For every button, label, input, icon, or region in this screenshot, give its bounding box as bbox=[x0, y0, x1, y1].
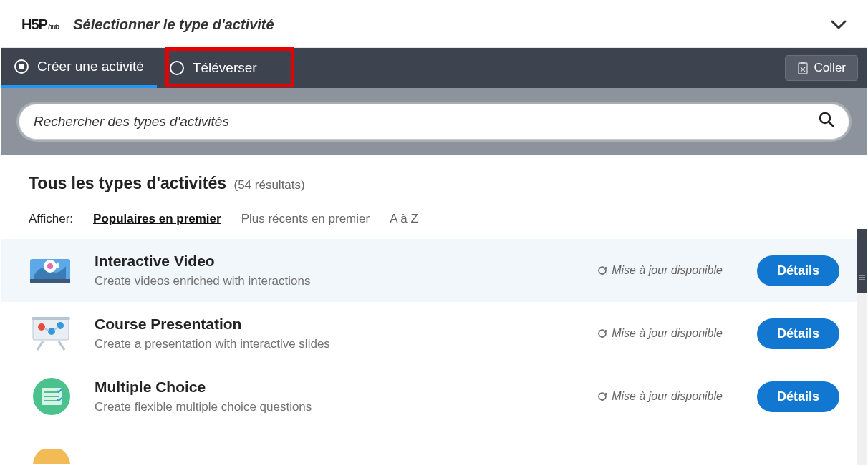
refresh-icon bbox=[597, 391, 607, 401]
interactive-video-icon bbox=[29, 252, 74, 289]
paste-button-label: Coller bbox=[814, 61, 846, 75]
activity-title: Multiple Choice bbox=[95, 379, 577, 396]
activity-info: Course Presentation Create a presentatio… bbox=[95, 316, 577, 351]
search-icon[interactable] bbox=[819, 112, 834, 132]
update-available-badge: Mise à jour disponible bbox=[597, 327, 723, 340]
activity-title: Interactive Video bbox=[95, 253, 577, 270]
search-area bbox=[1, 88, 867, 155]
svg-rect-0 bbox=[799, 63, 807, 74]
sort-popular[interactable]: Populaires en premier bbox=[93, 212, 221, 226]
svg-line-15 bbox=[37, 341, 43, 350]
svg-line-3 bbox=[829, 122, 834, 127]
tab-upload[interactable]: Téléverser bbox=[157, 48, 270, 88]
svg-rect-9 bbox=[32, 317, 70, 320]
radio-selected-icon bbox=[14, 59, 29, 74]
search-input[interactable] bbox=[34, 114, 819, 130]
clipboard-icon bbox=[797, 62, 809, 74]
search-box[interactable] bbox=[19, 104, 849, 140]
refresh-icon bbox=[597, 265, 607, 276]
sort-label: Afficher: bbox=[29, 212, 73, 226]
svg-rect-1 bbox=[801, 62, 805, 64]
sort-newest[interactable]: Plus récents en premier bbox=[241, 212, 370, 226]
activity-desc: Create a presentation with interactive s… bbox=[95, 337, 577, 351]
activity-row[interactable] bbox=[1, 428, 867, 467]
refresh-icon bbox=[597, 328, 607, 338]
details-button[interactable]: Détails bbox=[757, 381, 839, 412]
tab-create[interactable]: Créer une activité bbox=[1, 48, 157, 88]
chevron-down-icon[interactable] bbox=[831, 14, 847, 34]
header-title: Sélectionner le type d'activité bbox=[73, 16, 274, 33]
svg-line-16 bbox=[59, 341, 64, 350]
tab-create-label: Créer une activité bbox=[37, 59, 144, 74]
multiple-choice-icon bbox=[29, 378, 74, 415]
logo-sub: hub bbox=[48, 23, 59, 31]
activity-desc: Create videos enriched with interactions bbox=[95, 274, 577, 288]
svg-rect-5 bbox=[30, 279, 70, 283]
scrollbar-thumb[interactable] bbox=[857, 229, 867, 293]
results-count: (54 résultats) bbox=[234, 178, 305, 192]
tab-bar: Créer une activité Téléverser Coller bbox=[1, 48, 867, 88]
svg-point-11 bbox=[48, 328, 55, 335]
svg-point-10 bbox=[38, 323, 45, 331]
svg-point-7 bbox=[47, 263, 53, 269]
sort-az[interactable]: A à Z bbox=[390, 212, 418, 226]
scrollbar-grip-icon bbox=[857, 270, 867, 283]
filter-area: Tous les types d'activités (54 résultats… bbox=[1, 155, 867, 239]
activity-row[interactable]: Multiple Choice Create flexible multiple… bbox=[1, 365, 867, 428]
activity-info: Multiple Choice Create flexible multiple… bbox=[95, 379, 577, 414]
activity-row[interactable]: Interactive Video Create videos enriched… bbox=[1, 239, 867, 302]
h5p-logo: H5Phub bbox=[21, 16, 59, 33]
tab-upload-label: Téléverser bbox=[193, 60, 257, 76]
details-button[interactable]: Détails bbox=[757, 255, 839, 286]
update-available-badge: Mise à jour disponible bbox=[597, 264, 723, 277]
update-available-badge: Mise à jour disponible bbox=[597, 390, 723, 403]
paste-button[interactable]: Coller bbox=[785, 55, 858, 81]
course-presentation-icon bbox=[29, 315, 74, 352]
activity-title: Course Presentation bbox=[95, 316, 577, 333]
activity-info: Interactive Video Create videos enriched… bbox=[95, 253, 577, 288]
header-bar: H5Phub Sélectionner le type d'activité bbox=[1, 1, 867, 48]
activity-icon-placeholder bbox=[29, 438, 74, 467]
activity-desc: Create flexible multiple choice question… bbox=[95, 400, 577, 414]
details-button[interactable]: Détails bbox=[757, 318, 839, 349]
results-heading: Tous les types d'activités bbox=[29, 174, 226, 192]
activity-row[interactable]: Course Presentation Create a presentatio… bbox=[1, 302, 867, 365]
activity-list: Interactive Video Create videos enriched… bbox=[1, 239, 867, 467]
radio-unselected-icon bbox=[170, 61, 184, 75]
svg-point-22 bbox=[33, 449, 70, 464]
logo-main: H5P bbox=[21, 16, 47, 33]
